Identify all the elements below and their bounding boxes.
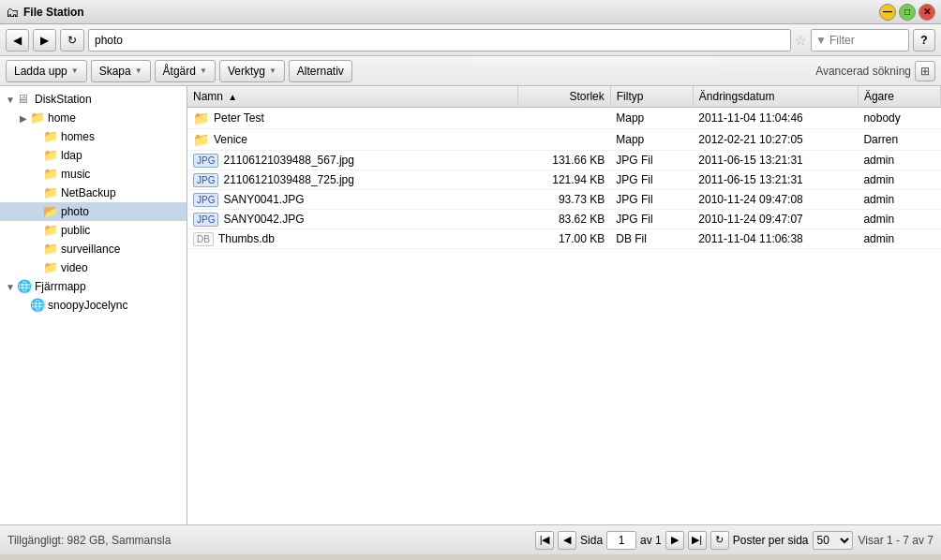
network-icon-snoopy: 🌐 [30,298,45,313]
toggle-home[interactable]: ▶ [17,111,30,125]
file-name-cell: 📁Venice [187,129,517,151]
filter-icon: ▼ [815,34,827,47]
table-row[interactable]: JPG21106121039488_725.jpg121.94 KBJPG Fi… [187,170,941,190]
prev-page-button[interactable]: ◀ [558,531,576,550]
sidebar-item-surveillance[interactable]: 📁 surveillance [0,240,187,258]
file-list: Namn ▲ Storlek Filtyp Ändringsdatum Ägar… [187,86,941,524]
file-date: 2011-11-04 11:04:46 [693,108,858,129]
table-row[interactable]: 📁Peter TestMapp2011-11-04 11:04:46nobody [187,108,941,129]
file-name: Venice [214,133,247,146]
per-page-select[interactable]: 25 50 100 [813,531,853,550]
forward-button[interactable]: ▶ [33,29,56,52]
file-owner: admin [858,190,940,210]
toggle-snoopyjocelync [17,299,30,312]
sidebar-item-snoopyjocelync[interactable]: 🌐 snoopyJocelync [0,296,187,315]
table-row[interactable]: JPGSANY0042.JPG83.62 KBJPG Fil2010-11-24… [187,210,941,229]
sort-indicator-name: ▲ [228,92,237,102]
sidebar-item-fjarrmapp[interactable]: ▼ 🌐 Fjärrmapp [0,277,187,296]
file-type: JPG Fil [610,151,693,170]
app-icon: 🗂 [6,5,19,20]
tools-button[interactable]: Verktyg ▼ [219,60,285,82]
file-name-cell: JPG21106121039488_567.jpg [187,151,517,170]
sidebar-item-public[interactable]: 📁 public [0,221,187,240]
sidebar-item-photo[interactable]: 📂 photo [0,202,187,221]
sidebar-label-surveillance: surveillance [61,243,120,256]
refresh-page-button[interactable]: ↻ [710,531,729,550]
action-arrow: ▼ [200,66,207,75]
toggle-surveillance [30,243,43,256]
file-name: 21106121039488_725.jpg [223,173,353,186]
file-name-cell: JPGSANY0041.JPG [187,190,517,210]
page-label: Sida [580,534,603,547]
sidebar-item-diskstation[interactable]: ▼ 🖥 DiskStation [0,90,187,109]
pagination: |◀ ◀ Sida av 1 ▶ ▶| ↻ Poster per sida 25… [535,531,852,550]
toggle-photo [30,205,43,218]
toggle-diskstation[interactable]: ▼ [4,93,17,106]
sidebar-item-homes[interactable]: 📁 homes [0,127,187,146]
help-button[interactable]: ? [913,29,935,52]
network-icon-fjarrmapp: 🌐 [17,279,32,294]
back-button[interactable]: ◀ [6,29,29,52]
nav-bar: ◀ ▶ ↻ ☆ ▼ ? [0,24,941,56]
first-page-button[interactable]: |◀ [535,531,554,550]
jpg-icon: JPG [193,173,218,186]
table-row[interactable]: 📁VeniceMapp2012-02-21 10:27:05Darren [187,129,941,151]
toggle-public [30,224,43,237]
tools-label: Verktyg [228,65,265,78]
file-size: 83.62 KB [517,210,610,229]
table-row[interactable]: JPGSANY0041.JPG93.73 KBJPG Fil2010-11-24… [187,190,941,210]
of-label: av 1 [640,534,662,547]
toggle-fjarrmapp[interactable]: ▼ [4,280,17,293]
refresh-button[interactable]: ↻ [60,29,84,52]
create-button[interactable]: Skapa ▼ [91,60,151,82]
sidebar-label-home: home [48,111,76,125]
maximize-button[interactable]: □ [899,4,916,21]
col-header-date[interactable]: Ändringsdatum [693,86,858,108]
toolbar: Ladda upp ▼ Skapa ▼ Åtgärd ▼ Verktyg ▼ A… [0,56,941,86]
address-input[interactable] [88,29,791,52]
filter-input[interactable] [829,34,904,47]
last-page-button[interactable]: ▶| [688,531,707,550]
col-header-type[interactable]: Filtyp [610,86,693,108]
col-header-name[interactable]: Namn ▲ [187,86,517,108]
page-number-input[interactable] [606,531,636,550]
next-page-button[interactable]: ▶ [665,531,684,550]
file-size: 131.66 KB [517,151,610,170]
alternativ-label: Alternativ [297,65,344,78]
upload-label: Ladda upp [14,65,67,78]
sidebar-item-video[interactable]: 📁 video [0,258,187,277]
col-header-owner[interactable]: Ägare [858,86,940,108]
file-name-cell: JPGSANY0042.JPG [187,210,517,229]
folder-icon: 📁 [193,132,209,147]
upload-button[interactable]: Ladda upp ▼ [6,60,87,82]
file-name-cell: JPG21106121039488_725.jpg [187,170,517,190]
file-size [517,108,610,129]
toggle-netbackup [30,186,43,199]
window-title: File Station [23,6,879,19]
alternativ-button[interactable]: Alternativ [289,60,352,82]
folder-icon-homes: 📁 [43,129,58,144]
file-date: 2011-11-04 11:06:38 [693,229,858,249]
file-size: 93.73 KB [517,190,610,210]
title-bar: 🗂 File Station — □ ✕ [0,0,941,24]
col-header-size[interactable]: Storlek [517,86,610,108]
sidebar-item-music[interactable]: 📁 music [0,165,187,184]
file-type: JPG Fil [610,210,693,229]
table-row[interactable]: DBThumbs.db17.00 KBDB Fil2011-11-04 11:0… [187,229,941,249]
table-row[interactable]: JPG21106121039488_567.jpg131.66 KBJPG Fi… [187,151,941,170]
sidebar-label-music: music [61,168,90,181]
minimize-button[interactable]: — [879,4,896,21]
sidebar: ▼ 🖥 DiskStation ▶ 📁 home 📁 homes 📁 ldap … [0,86,187,524]
close-button[interactable]: ✕ [919,4,935,21]
sidebar-item-netbackup[interactable]: 📁 NetBackup [0,184,187,202]
file-type: Mapp [610,108,693,129]
action-button[interactable]: Åtgärd ▼ [155,60,216,82]
sidebar-item-ldap[interactable]: 📁 ldap [0,146,187,165]
folder-icon-public: 📁 [43,223,58,238]
advanced-search[interactable]: Avancerad sökning ⊞ [815,61,935,81]
folder-icon-netbackup: 📁 [43,185,58,200]
file-name: 21106121039488_567.jpg [223,154,353,167]
create-label: Skapa [99,65,131,78]
bookmark-button[interactable]: ☆ [795,33,807,48]
sidebar-item-home[interactable]: ▶ 📁 home [0,109,187,127]
